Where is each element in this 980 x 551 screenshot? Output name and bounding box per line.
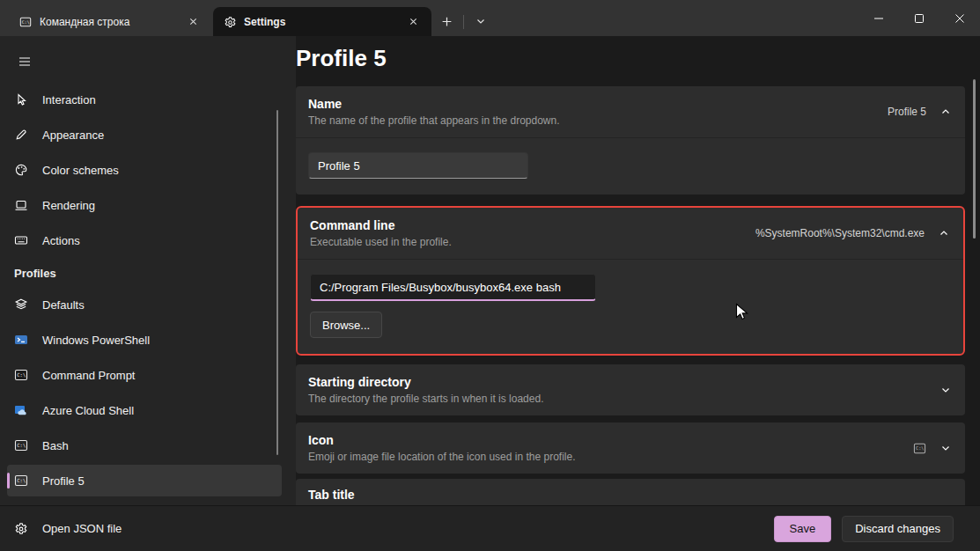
chevron-up-icon — [939, 228, 949, 239]
sidebar-item-color-schemes[interactable]: Color schemes — [7, 154, 282, 186]
close-window-button[interactable] — [939, 0, 980, 36]
sidebar-item-label: Defaults — [42, 298, 85, 312]
tab-label: Командная строка — [40, 16, 175, 28]
starting-directory-expander-header[interactable]: Starting directory The directory the pro… — [296, 364, 965, 415]
profiles-section-header: Profiles — [0, 267, 296, 280]
sidebar-item-label: Profile 5 — [42, 474, 85, 488]
icon-expander-header[interactable]: Icon Emoji or image file location of the… — [296, 422, 965, 474]
gear-icon — [14, 522, 28, 536]
maximize-button[interactable] — [899, 0, 939, 36]
setting-subtitle: Executable used in the profile. — [310, 236, 755, 248]
plus-icon — [441, 16, 453, 27]
settings-main-pane: Profile 5 Name The name of the profile t… — [296, 36, 980, 506]
command-line-input[interactable] — [310, 274, 596, 301]
sidebar-item-windows-powershell[interactable]: Windows PowerShell — [7, 324, 282, 356]
svg-text:C:\: C:\ — [22, 18, 30, 24]
open-json-file-label: Open JSON file — [42, 522, 122, 535]
setting-current-value: Profile 5 — [888, 106, 926, 118]
chevron-down-icon — [475, 16, 486, 26]
color-schemes-icon — [14, 163, 28, 177]
rendering-icon — [14, 198, 28, 212]
name-expander-header[interactable]: Name The name of the profile that appear… — [296, 86, 965, 137]
close-tab-icon[interactable] — [183, 12, 203, 32]
cmd-icon: C:\ — [14, 438, 28, 452]
sidebar-item-label: Actions — [42, 234, 80, 247]
cmd-icon: C:\ — [19, 16, 32, 28]
sidebar-item-label: Azure Cloud Shell — [42, 404, 134, 417]
close-tab-icon[interactable] — [403, 12, 423, 32]
minimize-icon — [873, 13, 884, 24]
cmd-icon: C:\ — [14, 368, 28, 382]
appearance-icon — [14, 128, 28, 142]
chevron-down-icon — [940, 443, 951, 453]
profile-name-input[interactable] — [308, 152, 528, 179]
save-button[interactable]: Save — [774, 516, 832, 542]
setting-title: Tab title — [308, 488, 953, 502]
name-setting-card: Name The name of the profile that appear… — [296, 86, 965, 195]
sidebar-item-label: Appearance — [42, 129, 104, 142]
defaults-icon — [14, 298, 28, 312]
sidebar-item-label: Interaction — [42, 93, 96, 107]
tab-title-setting-card[interactable]: Tab title — [296, 479, 965, 506]
setting-title: Icon — [308, 433, 913, 447]
new-tab-dropdown-button[interactable] — [468, 10, 494, 33]
sidebar-item-bash[interactable]: C:\ Bash — [7, 430, 282, 461]
setting-title: Command line — [310, 218, 755, 232]
titlebar: C:\ Командная строка Settings — [0, 0, 980, 36]
window-controls — [858, 0, 980, 36]
chevron-up-icon — [940, 107, 951, 117]
sidebar-item-appearance[interactable]: Appearance — [7, 119, 282, 151]
svg-text:C:\: C:\ — [17, 372, 26, 378]
command-line-setting-card: Command line Executable used in the prof… — [296, 206, 965, 356]
setting-title: Starting directory — [308, 375, 940, 389]
settings-nav-sidebar: Interaction Appearance Color schemes Ren… — [0, 36, 296, 506]
interaction-icon — [14, 92, 28, 107]
setting-current-value: %SystemRoot%\System32\cmd.exe — [755, 227, 925, 239]
browse-button[interactable]: Browse... — [310, 312, 382, 338]
svg-text:C:\: C:\ — [916, 445, 924, 451]
sidebar-item-profile-5[interactable]: C:\ Profile 5 — [7, 465, 282, 496]
actions-icon — [14, 233, 28, 247]
sidebar-item-defaults[interactable]: Defaults — [7, 289, 282, 320]
nav-toggle-button[interactable] — [7, 47, 42, 77]
sidebar-item-label: Color schemes — [42, 164, 119, 177]
sidebar-scrollbar[interactable] — [276, 110, 278, 455]
svg-text:C:\: C:\ — [17, 478, 26, 483]
powershell-icon — [14, 333, 28, 347]
sidebar-item-interaction[interactable]: Interaction — [7, 84, 282, 115]
hamburger-icon — [18, 55, 32, 69]
gear-icon — [224, 16, 236, 28]
svg-text:C:\: C:\ — [17, 443, 26, 448]
azure-cloud-icon — [14, 403, 28, 417]
new-tab-button[interactable] — [433, 10, 460, 33]
cmd-icon: C:\ — [14, 474, 28, 488]
tabbar-divider — [463, 15, 464, 29]
sidebar-item-command-prompt[interactable]: C:\ Command Prompt — [7, 359, 282, 391]
sidebar-item-label: Windows PowerShell — [42, 334, 150, 347]
content-scrollbar[interactable] — [973, 79, 976, 239]
open-json-file-button[interactable]: Open JSON file — [14, 522, 122, 536]
starting-directory-setting-card: Starting directory The directory the pro… — [296, 364, 965, 415]
tab-settings[interactable]: Settings — [213, 7, 431, 36]
setting-subtitle: Emoji or image file location of the icon… — [308, 451, 913, 463]
close-icon — [954, 13, 965, 24]
sidebar-item-rendering[interactable]: Rendering — [7, 189, 282, 221]
sidebar-item-label: Bash — [42, 439, 69, 452]
command-line-expander-header[interactable]: Command line Executable used in the prof… — [298, 208, 963, 259]
maximize-icon — [914, 13, 925, 24]
page-title: Profile 5 — [296, 45, 965, 72]
tab-label: Settings — [244, 16, 395, 28]
sidebar-item-label: Command Prompt — [42, 369, 135, 382]
setting-title: Name — [308, 97, 888, 111]
sidebar-item-label: Rendering — [42, 199, 95, 212]
profile-icon-preview: C:\ — [913, 442, 926, 455]
setting-subtitle: The directory the profile starts in when… — [308, 393, 940, 405]
footer-bar: Open JSON file Save Discard changes — [0, 506, 980, 551]
tab-command-prompt[interactable]: C:\ Командная строка — [9, 7, 211, 36]
chevron-down-icon — [940, 385, 951, 395]
sidebar-item-azure-cloud-shell[interactable]: Azure Cloud Shell — [7, 394, 282, 426]
minimize-button[interactable] — [858, 0, 899, 36]
setting-subtitle: The name of the profile that appears in … — [308, 114, 888, 127]
discard-changes-button[interactable]: Discard changes — [842, 516, 954, 542]
sidebar-item-actions[interactable]: Actions — [7, 224, 282, 256]
